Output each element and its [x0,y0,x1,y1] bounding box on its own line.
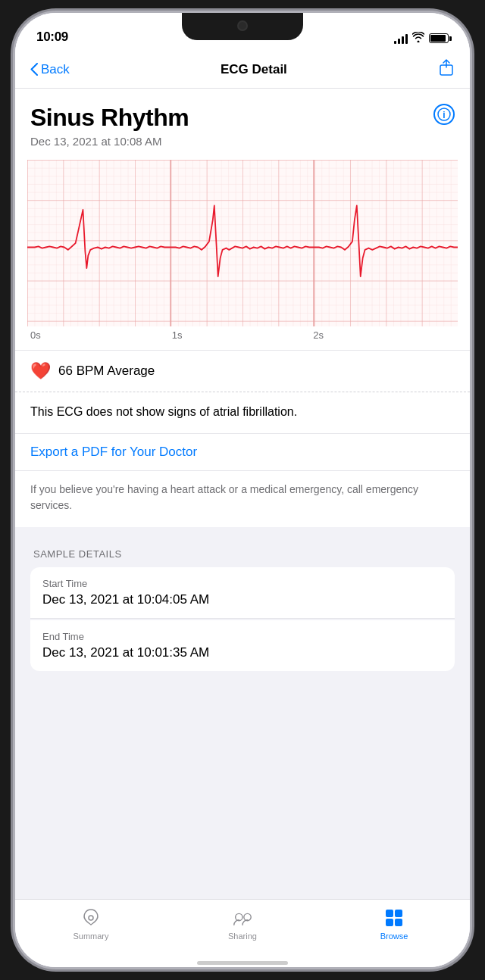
time-label-2s: 2s [313,329,324,341]
signal-icon [394,33,408,44]
time-label-1s: 1s [172,329,183,341]
camera [237,20,248,31]
svg-text:i: i [443,110,445,120]
summary-icon [80,907,102,929]
sharing-icon [232,907,253,929]
bpm-text: 66 BPM Average [58,364,155,379]
home-indicator [15,961,470,967]
end-time-value: Dec 13, 2021 at 10:01:35 AM [42,645,443,660]
time-labels: 0s 1s 2s [27,326,458,350]
tab-sharing[interactable]: Sharing [216,907,269,941]
content-area: Sinus Rhythm Dec 13, 2021 at 10:08 AM i [15,89,470,899]
svg-rect-13 [386,919,393,926]
svg-rect-12 [395,910,402,917]
tab-browse[interactable]: Browse [368,907,421,941]
bpm-row: ❤️ 66 BPM Average [15,350,470,392]
end-time-card: End Time Dec 13, 2021 at 10:01:35 AM [30,620,455,671]
emergency-text: If you believe you're having a heart att… [30,482,455,513]
page-title: ECG Detail [221,62,287,77]
sharing-tab-label: Sharing [228,932,257,941]
sample-details-section: SAMPLE DETAILS Start Time Dec 13, 2021 a… [15,536,470,671]
navigation-bar: Back ECG Detail [15,51,470,89]
screen: 10:09 [15,13,470,967]
status-icons [394,32,449,45]
svg-point-8 [89,916,93,920]
end-time-label: End Time [42,631,443,642]
ecg-chart [27,160,458,326]
export-pdf-link[interactable]: Export a PDF for Your Doctor [30,445,197,459]
summary-tab-label: Summary [73,932,108,941]
start-time-label: Start Time [42,578,443,589]
notch [182,13,303,40]
status-time: 10:09 [36,30,68,45]
tab-bar: Summary Sharing [15,899,470,961]
ecg-description: This ECG does not show signs of atrial f… [30,403,455,421]
diagnosis-date: Dec 13, 2021 at 10:08 AM [30,135,455,148]
heart-icon: ❤️ [30,361,51,381]
ecg-chart-container: 0s 1s 2s [15,160,470,350]
start-time-value: Dec 13, 2021 at 10:04:05 AM [42,592,443,607]
phone-frame: 10:09 [15,13,470,967]
share-button[interactable] [438,59,455,80]
back-label: Back [41,62,70,77]
emergency-section: If you believe you're having a heart att… [15,471,470,527]
diagnosis-title: Sinus Rhythm [30,104,455,132]
browse-tab-label: Browse [380,932,408,941]
start-time-card: Start Time Dec 13, 2021 at 10:04:05 AM [30,567,455,619]
ecg-svg [27,160,458,326]
time-label-0s: 0s [30,329,41,341]
info-button[interactable]: i [433,104,455,125]
header-section: Sinus Rhythm Dec 13, 2021 at 10:08 AM i [15,89,470,160]
export-section: Export a PDF for Your Doctor [15,434,470,471]
battery-icon [429,33,449,43]
sample-details-header: SAMPLE DETAILS [30,548,455,560]
svg-rect-14 [395,919,402,926]
svg-rect-5 [27,160,458,326]
browse-icon [383,907,405,929]
wifi-icon [412,32,424,45]
tab-summary[interactable]: Summary [64,907,117,941]
description-section: This ECG does not show signs of atrial f… [15,392,470,434]
svg-rect-11 [386,910,393,917]
back-button[interactable]: Back [30,62,70,77]
